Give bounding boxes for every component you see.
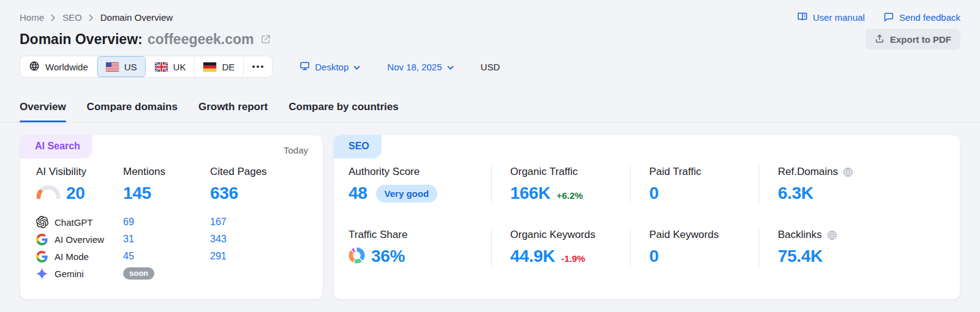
seo-badge: SEO bbox=[334, 135, 382, 158]
us-flag bbox=[106, 62, 119, 72]
region-more-button[interactable] bbox=[243, 56, 272, 77]
globe-info-icon[interactable] bbox=[843, 167, 853, 177]
de-flag bbox=[203, 62, 216, 72]
seo-metrics-grid: Authority Score 48 Very good Organic Tra… bbox=[334, 135, 960, 266]
soon-badge: soon bbox=[123, 267, 154, 280]
region-us-label: US bbox=[124, 62, 137, 72]
region-worldwide[interactable]: Worldwide bbox=[20, 56, 97, 77]
user-manual-link[interactable]: User manual bbox=[797, 11, 865, 24]
paid-traffic-metric: Paid Traffic 0 bbox=[630, 166, 759, 203]
tab-compare-by-countries[interactable]: Compare by countries bbox=[288, 101, 399, 122]
paid-keywords-value[interactable]: 0 bbox=[649, 247, 658, 266]
gemini-icon bbox=[36, 268, 55, 280]
ai-search-period: Today bbox=[284, 145, 308, 155]
desktop-monitor-icon bbox=[300, 61, 310, 73]
currency-label: USD bbox=[481, 62, 500, 72]
paid-keywords-metric: Paid Keywords 0 bbox=[630, 229, 759, 266]
ref-domains-value[interactable]: 6.3K bbox=[778, 184, 813, 203]
export-to-pdf-button[interactable]: Export to PDF bbox=[865, 29, 960, 50]
region-uk-label: UK bbox=[173, 62, 186, 72]
platform-name: ChatGPT bbox=[55, 217, 123, 228]
device-label: Desktop bbox=[315, 62, 349, 72]
platform-cited-pages-value[interactable]: 343 bbox=[210, 234, 307, 245]
paid-traffic-label: Paid Traffic bbox=[649, 166, 759, 178]
ai-search-metrics: AI Visibility 20 Mentions 145 Cit bbox=[36, 166, 307, 203]
seo-card: SEO Authority Score 48 Very good Organic… bbox=[333, 135, 960, 300]
tab-growth-report[interactable]: Growth report bbox=[198, 101, 268, 122]
platform-name: AI Mode bbox=[55, 251, 123, 262]
chevron-down-icon bbox=[447, 62, 454, 72]
chatgpt-icon bbox=[36, 216, 55, 228]
mentions-label: Mentions bbox=[123, 166, 210, 178]
send-feedback-link[interactable]: Send feedback bbox=[883, 11, 960, 24]
google-icon bbox=[36, 234, 55, 245]
domain-overview-page: Home SEO Domain Overview User manual bbox=[0, 0, 980, 312]
cited-pages-label: Cited Pages bbox=[210, 166, 307, 178]
user-manual-label: User manual bbox=[813, 12, 865, 23]
authority-score-rating-badge: Very good bbox=[376, 185, 438, 202]
breadcrumb: Home SEO Domain Overview bbox=[20, 12, 173, 23]
title-row: Domain Overview: coffeegeek.com Export t… bbox=[20, 29, 960, 50]
ai-visibility-gauge-icon bbox=[36, 184, 61, 203]
organic-keywords-label: Organic Keywords bbox=[510, 229, 630, 241]
authority-score-value[interactable]: 48 bbox=[349, 184, 368, 203]
region-us[interactable]: US bbox=[97, 56, 146, 77]
region-de-label: DE bbox=[222, 62, 235, 72]
organic-keywords-value[interactable]: 44.9K bbox=[510, 247, 555, 266]
mentions-metric: Mentions 145 bbox=[123, 166, 210, 203]
platform-mentions-value[interactable]: 45 bbox=[123, 251, 210, 262]
cited-pages-metric: Cited Pages 636 bbox=[210, 166, 307, 203]
tabs-bar: Overview Compare domains Growth report C… bbox=[0, 101, 980, 122]
platform-name: AI Overview bbox=[55, 234, 123, 245]
cited-pages-value[interactable]: 636 bbox=[210, 184, 238, 203]
tab-compare-domains[interactable]: Compare domains bbox=[87, 101, 178, 122]
send-feedback-label: Send feedback bbox=[899, 12, 960, 23]
region-selector: Worldwide US UK DE bbox=[20, 56, 273, 78]
ai-visibility-metric: AI Visibility 20 bbox=[36, 166, 123, 203]
organic-keywords-delta: -1.9% bbox=[561, 253, 585, 264]
breadcrumb-domain-overview: Domain Overview bbox=[100, 12, 173, 23]
export-to-pdf-label: Export to PDF bbox=[890, 34, 951, 45]
book-icon bbox=[797, 11, 808, 24]
traffic-share-metric: Traffic Share 36% bbox=[349, 229, 491, 266]
external-link-icon[interactable] bbox=[260, 34, 271, 45]
region-uk[interactable]: UK bbox=[146, 56, 195, 77]
traffic-share-donut-icon bbox=[349, 247, 365, 266]
organic-traffic-label: Organic Traffic bbox=[510, 166, 630, 178]
organic-keywords-metric: Organic Keywords 44.9K -1.9% bbox=[491, 229, 630, 266]
globe-info-icon[interactable] bbox=[827, 230, 837, 240]
backlinks-label: Backlinks bbox=[778, 229, 822, 241]
chevron-down-icon bbox=[353, 62, 360, 72]
platform-cited-pages-value[interactable]: 291 bbox=[210, 251, 307, 262]
date-dropdown[interactable]: Nov 18, 2025 bbox=[387, 62, 453, 72]
organic-traffic-value[interactable]: 166K bbox=[510, 184, 551, 203]
date-label: Nov 18, 2025 bbox=[387, 62, 442, 72]
ai-visibility-label: AI Visibility bbox=[36, 166, 123, 178]
region-de[interactable]: DE bbox=[194, 56, 243, 77]
domain-name: coffeegeek.com bbox=[148, 31, 254, 48]
google-icon bbox=[36, 251, 55, 262]
platform-cited-pages-value[interactable]: 167 bbox=[210, 217, 307, 228]
traffic-share-label: Traffic Share bbox=[349, 229, 491, 241]
traffic-share-value[interactable]: 36% bbox=[371, 247, 405, 266]
platform-mentions-value[interactable]: 69 bbox=[123, 217, 210, 228]
device-dropdown[interactable]: Desktop bbox=[300, 61, 360, 73]
paid-traffic-value[interactable]: 0 bbox=[649, 184, 658, 203]
breadcrumb-home[interactable]: Home bbox=[20, 12, 44, 23]
region-worldwide-label: Worldwide bbox=[45, 62, 88, 72]
platform-mentions-value[interactable]: 31 bbox=[123, 234, 210, 245]
chevron-right-icon bbox=[89, 14, 94, 21]
header-links: User manual Send feedback bbox=[797, 11, 960, 24]
page-title-prefix: Domain Overview: bbox=[20, 31, 143, 48]
backlinks-value[interactable]: 75.4K bbox=[778, 247, 823, 266]
authority-score-label: Authority Score bbox=[349, 166, 491, 178]
organic-traffic-metric: Organic Traffic 166K +6.2% bbox=[491, 166, 630, 203]
ref-domains-metric: Ref.Domains 6.3K bbox=[759, 166, 945, 203]
tab-overview[interactable]: Overview bbox=[20, 101, 66, 122]
ai-visibility-value[interactable]: 20 bbox=[66, 184, 85, 203]
breadcrumb-seo[interactable]: SEO bbox=[62, 12, 82, 23]
backlinks-metric: Backlinks 75.4K bbox=[759, 229, 945, 266]
mentions-value[interactable]: 145 bbox=[123, 184, 151, 203]
platform-name: Gemini bbox=[55, 269, 123, 279]
filter-row: Worldwide US UK DE bbox=[20, 56, 960, 78]
